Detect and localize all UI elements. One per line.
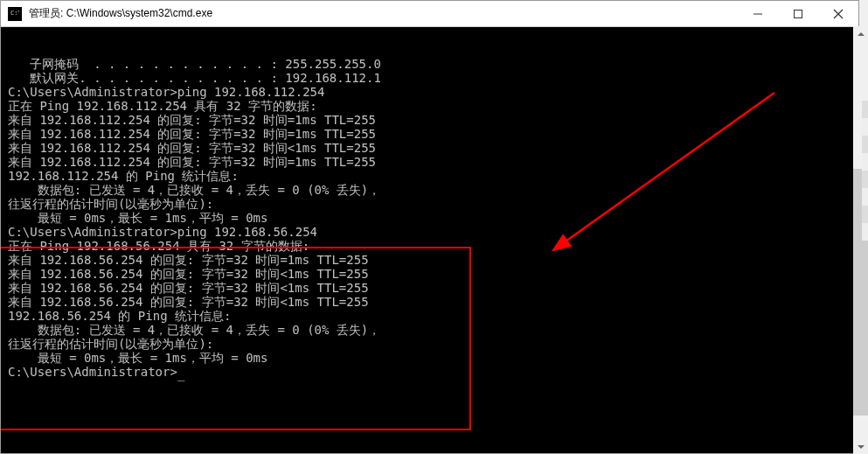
maximize-icon — [794, 10, 802, 18]
terminal-line: 来自 192.168.56.254 的回复: 字节=32 时间=1ms TTL=… — [8, 253, 851, 267]
terminal-line: C:\Users\Administrator>ping 192.168.56.2… — [8, 225, 851, 239]
terminal-output[interactable]: 子网掩码 . . . . . . . . . . . . : 255.255.2… — [1, 27, 858, 453]
scroll-down-button[interactable] — [853, 439, 868, 454]
terminal-line: 数据包: 已发送 = 4，已接收 = 4，丢失 = 0 (0% 丢失)， — [8, 323, 851, 337]
terminal-line: 来自 192.168.56.254 的回复: 字节=32 时间<1ms TTL=… — [8, 281, 851, 295]
terminal-line: 192.168.56.254 的 Ping 统计信息: — [8, 309, 851, 323]
terminal-line: 最短 = 0ms，最长 = 1ms，平均 = 0ms — [8, 211, 851, 225]
terminal-line: 正在 Ping 192.168.112.254 具有 32 字节的数据: — [8, 99, 851, 113]
cursor: _ — [177, 367, 184, 379]
maximize-button[interactable] — [778, 1, 818, 26]
cmd-icon-text: C:\. — [10, 10, 19, 17]
terminal-line: C:\Users\Administrator>_ — [8, 365, 851, 379]
terminal-line: 来自 192.168.112.254 的回复: 字节=32 时间=1ms TTL… — [8, 155, 851, 169]
terminal-line: 数据包: 已发送 = 4，已接收 = 4，丢失 = 0 (0% 丢失)， — [8, 183, 851, 197]
terminal-line: 往返行程的估计时间(以毫秒为单位): — [8, 197, 851, 211]
svg-marker-6 — [858, 445, 865, 449]
window-title: 管理员: C:\Windows\system32\cmd.exe — [29, 6, 738, 21]
titlebar[interactable]: C:\. 管理员: C:\Windows\system32\cmd.exe — [1, 1, 858, 27]
chevron-down-icon — [858, 445, 865, 449]
terminal-line: 来自 192.168.112.254 的回复: 字节=32 时间=1ms TTL… — [8, 113, 851, 127]
terminal-text: 子网掩码 . . . . . . . . . . . . : 255.255.2… — [8, 57, 851, 379]
svg-marker-5 — [858, 32, 865, 36]
cmd-window: C:\. 管理员: C:\Windows\system32\cmd.exe 子网… — [0, 0, 859, 454]
close-icon — [833, 9, 844, 19]
terminal-line: 来自 192.168.112.254 的回复: 字节=32 时间=1ms TTL… — [8, 127, 851, 141]
window-controls — [738, 1, 858, 26]
cmd-icon: C:\. — [8, 7, 22, 21]
minimize-icon — [753, 10, 762, 18]
side-decoration — [862, 101, 868, 241]
terminal-line: 往返行程的估计时间(以毫秒为单位): — [8, 337, 851, 351]
terminal-line: 默认网关. . . . . . . . . . . . . : 192.168.… — [8, 71, 851, 85]
chevron-up-icon — [858, 32, 865, 36]
terminal-line: 来自 192.168.56.254 的回复: 字节=32 时间<1ms TTL=… — [8, 295, 851, 309]
terminal-line: 正在 Ping 192.168.56.254 具有 32 字节的数据: — [8, 239, 851, 253]
minimize-button[interactable] — [738, 1, 778, 26]
terminal-line: 来自 192.168.112.254 的回复: 字节=32 时间<1ms TTL… — [8, 141, 851, 155]
terminal-line: 子网掩码 . . . . . . . . . . . . : 255.255.2… — [8, 57, 851, 71]
terminal-line: 192.168.112.254 的 Ping 统计信息: — [8, 169, 851, 183]
terminal-line: 来自 192.168.56.254 的回复: 字节=32 时间<1ms TTL=… — [8, 267, 851, 281]
close-button[interactable] — [818, 1, 858, 26]
terminal-line: 最短 = 0ms，最长 = 1ms，平均 = 0ms — [8, 351, 851, 365]
scroll-up-button[interactable] — [853, 26, 868, 41]
terminal-line: C:\Users\Administrator>ping 192.168.112.… — [8, 85, 851, 99]
